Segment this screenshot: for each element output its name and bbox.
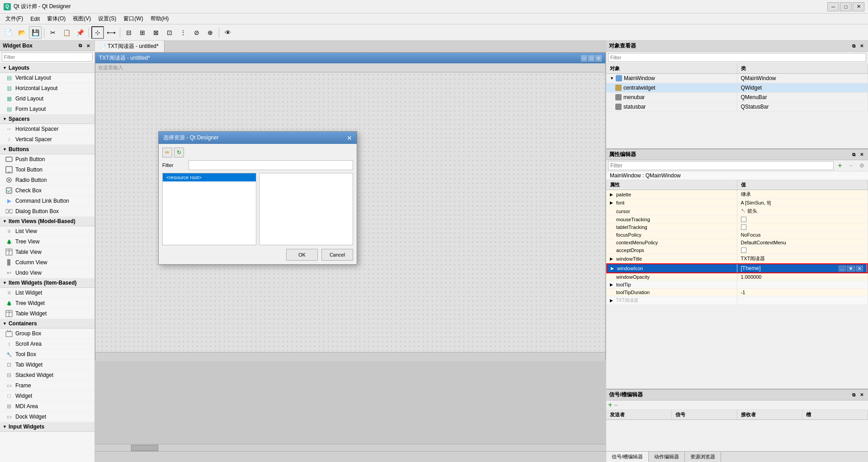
signal-editor-close[interactable]: ✕ — [858, 391, 865, 399]
tab-signal-slot[interactable]: 信号/槽编辑器 — [606, 452, 649, 462]
category-buttons[interactable]: ▼ Buttons — [0, 145, 94, 154]
category-spacers[interactable]: ▼ Spacers — [0, 114, 94, 124]
design-win-maximize[interactable]: □ — [588, 55, 594, 62]
widget-vertical-layout[interactable]: ▤ Vertical Layout — [0, 73, 94, 83]
property-editor-float[interactable]: ⧉ — [850, 151, 857, 158]
mousetracking-checkbox[interactable] — [741, 217, 746, 222]
widget-tab-widget[interactable]: ⊡ Tab Widget — [0, 360, 94, 370]
widget-h-spacer[interactable]: ↔ Horizontal Spacer — [0, 124, 94, 134]
category-item-views[interactable]: ▼ Item Views (Model-Based) — [0, 217, 94, 226]
toolbar-paste[interactable]: 📌 — [74, 26, 86, 39]
menu-window[interactable]: 窗口(W) — [120, 14, 146, 24]
toolbar-new[interactable]: 📄 — [2, 26, 14, 39]
menu-file[interactable]: 文件(F) — [2, 14, 27, 24]
prop-row-clipped[interactable]: ▶TXT阅读器 — [606, 296, 868, 305]
dialog-ok-button[interactable]: OK — [286, 249, 318, 261]
widget-mdi-area[interactable]: ⊞ MDI Area — [0, 401, 94, 412]
property-filter-input[interactable] — [608, 161, 834, 170]
signal-remove-button[interactable]: − — [614, 402, 618, 408]
widget-box-float[interactable]: ⧉ — [76, 42, 84, 49]
toolbar-select[interactable]: ⊹ — [91, 26, 104, 39]
toolbar-open[interactable]: 📂 — [15, 26, 28, 39]
dialog-edit-btn[interactable]: ✏ — [162, 148, 172, 157]
widget-dock-widget[interactable]: ▭ Dock Widget — [0, 412, 94, 422]
widget-scroll-area[interactable]: ↕ Scroll Area — [0, 339, 94, 349]
prop-remove-btn[interactable]: − — [846, 161, 855, 170]
tab-action-editor[interactable]: 动作编辑器 — [649, 452, 685, 462]
menu-view[interactable]: 视图(V) — [69, 14, 94, 24]
widget-table-widget[interactable]: Table Widget — [0, 309, 94, 319]
close-button[interactable]: ✕ — [853, 2, 864, 11]
widget-radio-button[interactable]: Radio Button — [0, 175, 94, 186]
toolbar-layout-v[interactable]: ⊟ — [123, 26, 135, 39]
dialog-resource-root[interactable]: <resource root> — [163, 173, 256, 181]
prop-row-tooltipduration[interactable]: toolTipDuration -1 — [606, 289, 868, 296]
prop-row-windowicon[interactable]: ▶windowIcon [Theme] ... ▼ ✕ — [606, 263, 868, 273]
widget-stacked-widget[interactable]: ⊟ Stacked Widget — [0, 370, 94, 381]
widget-list-view[interactable]: ≡ List View — [0, 226, 94, 237]
property-editor-close[interactable]: ✕ — [858, 151, 865, 158]
prop-row-focuspolicy[interactable]: focusPolicy NoFocus — [606, 231, 868, 239]
prop-config-btn[interactable]: ⚙ — [857, 161, 866, 170]
prop-add-btn[interactable]: + — [835, 161, 844, 170]
dialog-cancel-button[interactable]: Cancel — [321, 249, 353, 261]
widget-group-box[interactable]: G Group Box — [0, 329, 94, 339]
toolbar-signal[interactable]: ⟷ — [105, 26, 118, 39]
object-row-menubar[interactable]: menubar QMenuBar — [606, 93, 868, 102]
dialog-filter-input[interactable] — [189, 160, 353, 170]
tab-resource-browser[interactable]: 资源浏览器 — [685, 452, 721, 462]
widget-table-view[interactable]: Table View — [0, 247, 94, 257]
object-row-mainwindow[interactable]: ▼ MainWindow QMainWindow — [606, 74, 868, 83]
category-item-widgets[interactable]: ▼ Item Widgets (Item-Based) — [0, 278, 94, 288]
acceptdrops-checkbox[interactable] — [741, 248, 746, 253]
widget-form-layout[interactable]: ▤ Form Layout — [0, 104, 94, 114]
prop-row-font[interactable]: ▶font A [SimSun, 9] — [606, 199, 868, 207]
toolbar-layout-h[interactable]: ⊞ — [136, 26, 149, 39]
design-hscrollbar[interactable] — [95, 444, 606, 451]
prop-row-cursor[interactable]: cursor ↖ 箭头 — [606, 207, 868, 216]
toolbar-cut[interactable]: ✂ — [47, 26, 59, 39]
object-row-centralwidget[interactable]: centralwidget QWidget — [606, 83, 868, 93]
dialog-refresh-btn[interactable]: ↻ — [174, 148, 184, 157]
widget-tree-view[interactable]: 🌲 Tree View — [0, 237, 94, 247]
widget-frame[interactable]: ▭ Frame — [0, 381, 94, 391]
toolbar-layout-s[interactable]: ⋮ — [177, 26, 189, 39]
menu-help[interactable]: 帮助(H) — [147, 14, 173, 24]
prop-row-palette[interactable]: ▶palette 继承 — [606, 190, 868, 199]
resource-dialog[interactable]: 选择资源 - Qt Designer ✕ ✏ ↻ Filter <resourc… — [158, 131, 357, 265]
object-inspector-close[interactable]: ✕ — [858, 43, 865, 50]
signal-add-button[interactable]: + — [608, 401, 612, 409]
prop-row-windowtitle[interactable]: ▶windowTitle TXT阅读器 — [606, 254, 868, 263]
design-hscrollbar-thumb[interactable] — [131, 445, 158, 451]
object-row-statusbar[interactable]: statusbar QStatusBar — [606, 102, 868, 112]
object-filter-input[interactable] — [608, 53, 866, 62]
widget-box-filter[interactable] — [2, 52, 93, 62]
prop-row-windowopacity[interactable]: windowOpacity 1.000000 — [606, 273, 868, 281]
widget-v-spacer[interactable]: ↕ Vertical Spacer — [0, 134, 94, 145]
prop-row-tablettracking[interactable]: tabletTracking — [606, 224, 868, 231]
widget-grid-layout[interactable]: ▦ Grid Layout — [0, 94, 94, 104]
minimize-button[interactable]: ─ — [827, 2, 839, 11]
tablettracking-checkbox[interactable] — [741, 224, 746, 230]
widget-widget[interactable]: □ Widget — [0, 391, 94, 401]
widget-tool-box[interactable]: 🔧 Tool Box — [0, 349, 94, 360]
category-layouts[interactable]: ▼ Layouts — [0, 63, 94, 73]
prop-row-acceptdrops[interactable]: acceptDrops — [606, 247, 868, 254]
design-tab-main[interactable]: 📄 TXT阅读器 - untitled* — [95, 41, 165, 52]
windowicon-dots-btn[interactable]: ... — [839, 266, 846, 271]
widget-list-widget[interactable]: ≡ List Widget — [0, 288, 94, 298]
category-input-widgets[interactable]: ▼ Input Widgets — [0, 422, 94, 432]
toolbar-layout-g[interactable]: ⊠ — [150, 26, 162, 39]
toolbar-layout-f[interactable]: ⊡ — [163, 26, 176, 39]
windowicon-arrow-btn[interactable]: ▼ — [847, 266, 855, 271]
menu-settings[interactable]: 设置(S) — [94, 14, 120, 24]
widget-tree-widget[interactable]: 🌲 Tree Widget — [0, 298, 94, 309]
toolbar-preview[interactable]: 👁 — [222, 26, 234, 39]
toolbar-adjust[interactable]: ⊕ — [204, 26, 217, 39]
widget-tool-button[interactable]: Tool Button — [0, 165, 94, 175]
widget-horizontal-layout[interactable]: ▥ Horizontal Layout — [0, 83, 94, 94]
menu-edit[interactable]: Edit — [27, 15, 43, 23]
menu-form[interactable]: 窗体(O) — [43, 14, 69, 24]
toolbar-save[interactable]: 💾 — [29, 26, 42, 39]
prop-row-mousetracking[interactable]: mouseTracking — [606, 216, 868, 224]
